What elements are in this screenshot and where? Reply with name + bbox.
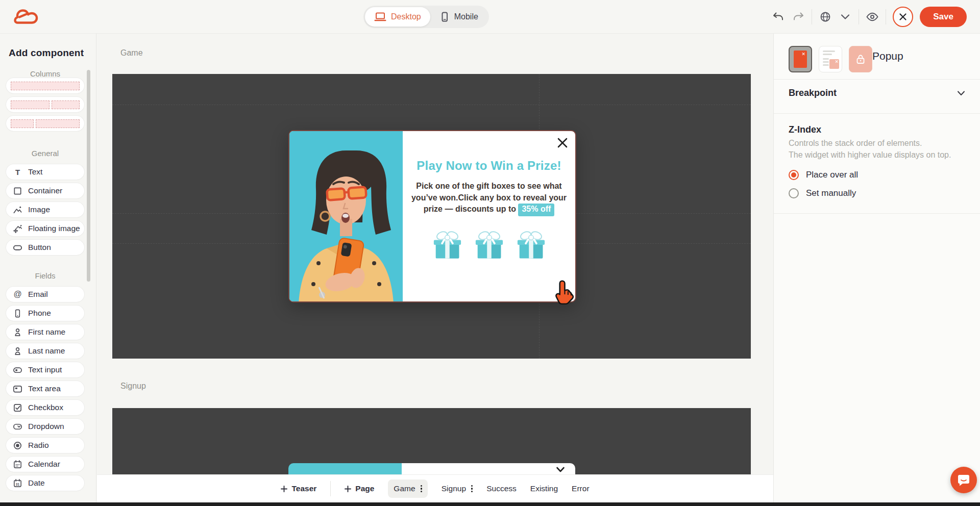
component-label: Dropdown: [28, 422, 64, 431]
component-text-area[interactable]: Text area: [6, 381, 84, 396]
popup-content: Play Now to Win a Prize! Pick one of the…: [403, 131, 575, 301]
laptop-icon: [374, 11, 386, 22]
breakpoint-section-toggle[interactable]: Breakpoint: [789, 88, 965, 98]
page-view-thumbnail[interactable]: ✕: [819, 46, 842, 72]
popup-close-icon[interactable]: [557, 137, 568, 148]
divider: [886, 9, 886, 24]
redo-icon[interactable]: [792, 10, 805, 23]
radio-icon: [13, 441, 22, 450]
pages-bottombar: Teaser Page Game Signup Success Existing…: [97, 474, 773, 502]
radio-selected-icon[interactable]: [789, 170, 799, 180]
game-popup-widget[interactable]: Play Now to Win a Prize! Pick one of the…: [288, 130, 576, 302]
gift-box-2[interactable]: [475, 229, 504, 261]
sidebar-scrollbar[interactable]: [87, 70, 90, 282]
gift-box-3[interactable]: [517, 229, 546, 261]
topbar: Desktop Mobile: [0, 0, 980, 34]
chat-bubble-icon: [957, 474, 970, 487]
page-tab-error[interactable]: Error: [572, 484, 589, 493]
phone-field-icon: [13, 309, 22, 318]
radio-place-over-all[interactable]: Place over all: [789, 170, 858, 180]
component-dropdown[interactable]: Dropdown: [6, 419, 84, 434]
desktop-toggle[interactable]: Desktop: [365, 7, 430, 27]
page-tab-game[interactable]: Game: [388, 479, 427, 498]
signup-popup-body-top: [402, 463, 575, 474]
game-section-label: Game: [120, 48, 143, 58]
page-tab-label: Game: [394, 484, 415, 493]
component-label: Checkbox: [28, 403, 63, 412]
component-radio[interactable]: Radio: [6, 438, 84, 453]
component-label: Text area: [28, 384, 61, 393]
popup-view-thumbnail-selected[interactable]: ✕: [789, 46, 812, 72]
component-date[interactable]: 31 Date: [6, 475, 84, 491]
component-calendar[interactable]: Calendar: [6, 457, 84, 472]
dropdown-icon: [13, 422, 22, 432]
device-toggle: Desktop Mobile: [363, 6, 489, 28]
image-icon: [13, 205, 22, 215]
page-tab-existing[interactable]: Existing: [530, 484, 558, 493]
component-button[interactable]: Button: [6, 240, 84, 255]
component-first-name[interactable]: First name: [6, 324, 84, 340]
component-label: Calendar: [28, 460, 60, 469]
column-layout-3[interactable]: [6, 116, 84, 131]
text-icon: T: [13, 167, 22, 177]
kebab-menu-icon[interactable]: [471, 485, 473, 493]
radio-unselected-icon[interactable]: [789, 188, 799, 198]
column-placeholder: [11, 100, 50, 109]
component-checkbox[interactable]: Checkbox: [6, 400, 84, 415]
discount-badge: 35% off: [518, 204, 554, 216]
kebab-menu-icon[interactable]: [421, 485, 422, 493]
zindex-description-line1: Controls the stack order of elements.: [789, 137, 951, 149]
columns-section-label: Columns: [6, 69, 84, 78]
component-phone[interactable]: Phone: [6, 306, 84, 321]
language-globe-icon[interactable]: [819, 10, 832, 23]
add-teaser-button[interactable]: Teaser: [281, 484, 316, 493]
popup-builder-app: Desktop Mobile: [0, 0, 980, 506]
page-tab-signup[interactable]: Signup: [442, 484, 473, 493]
add-component-sidebar: Add component Columns General T Text Con…: [0, 34, 96, 502]
component-floating-image[interactable]: Floating image: [6, 221, 84, 236]
save-button[interactable]: Save: [920, 7, 967, 27]
gift-box-1[interactable]: [433, 229, 462, 261]
component-email[interactable]: @ Email: [6, 287, 84, 302]
column-layout-1[interactable]: [6, 78, 84, 93]
radio-set-manually[interactable]: Set manually: [789, 188, 856, 198]
support-chat-button[interactable]: [950, 467, 977, 493]
button-icon: [13, 243, 22, 252]
component-last-name[interactable]: Last name: [6, 343, 84, 359]
lock-icon: [856, 54, 865, 64]
preview-eye-icon[interactable]: [866, 10, 879, 23]
component-text-input[interactable]: Text input: [6, 362, 84, 377]
component-label: Floating image: [28, 224, 80, 233]
divider: [774, 113, 980, 114]
locked-view-thumbnail[interactable]: [849, 46, 872, 72]
signup-popup-widget[interactable]: [288, 463, 575, 474]
general-section-label: General: [6, 149, 84, 158]
signup-popup-photo-top: [288, 463, 402, 474]
close-editor-button[interactable]: [893, 7, 913, 27]
signup-section-label: Signup: [120, 382, 146, 391]
divider: [330, 481, 331, 496]
collapse-chevron-icon[interactable]: [556, 467, 565, 473]
container-icon: [13, 186, 22, 196]
undo-icon[interactable]: [772, 10, 785, 23]
page-tab-success[interactable]: Success: [486, 484, 517, 493]
calendar-icon: [13, 460, 22, 469]
chevron-down-icon[interactable]: [839, 10, 852, 23]
page-tab-label: Signup: [442, 484, 466, 493]
component-label: Phone: [28, 309, 51, 318]
mobile-toggle[interactable]: Mobile: [430, 7, 487, 27]
divider: [859, 9, 859, 24]
add-teaser-label: Teaser: [291, 484, 316, 493]
component-container[interactable]: Container: [6, 183, 84, 198]
popup-thumb-rect: ✕: [794, 50, 807, 68]
component-image[interactable]: Image: [6, 202, 84, 217]
text-area-icon: [13, 384, 22, 394]
add-page-label: Page: [355, 484, 374, 493]
column-layout-2[interactable]: [6, 97, 84, 112]
claspo-logo-icon[interactable]: [13, 7, 39, 27]
zindex-description: Controls the stack order of elements. Th…: [789, 137, 951, 161]
view-mode-thumbnails: ✕ ✕: [789, 46, 872, 72]
floating-image-icon: [13, 224, 22, 234]
add-page-button[interactable]: Page: [345, 484, 374, 493]
component-text[interactable]: T Text: [6, 164, 84, 180]
